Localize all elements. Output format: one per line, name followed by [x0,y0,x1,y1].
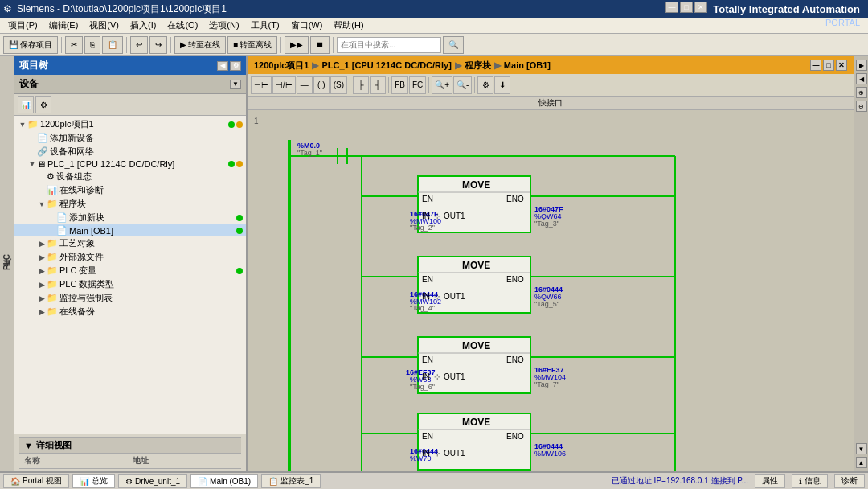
expand-tech-obj[interactable]: ▶ [37,240,47,248]
menu-options[interactable]: 选项(N) [204,18,244,32]
tree-item-add-device[interactable]: 📄 添加新设备 [14,131,246,145]
monitor-tab[interactable]: 📋 监控表_1 [261,474,321,488]
toolbar-separator [61,37,62,53]
drive-unit-tab[interactable]: ⚙ Drive_unit_1 [118,474,187,488]
expand-prog-block[interactable]: ▼ [37,200,47,208]
expand-plc1[interactable]: ▼ [27,160,37,168]
menu-online[interactable]: 在线(O) [162,18,203,32]
menu-view[interactable]: 视图(V) [84,18,124,32]
expand-root[interactable]: ▼ [18,121,27,129]
undo-button[interactable]: ↩ [130,36,148,54]
rs-btn-4[interactable]: ⊖ [856,101,867,112]
rs-btn-6[interactable]: ▲ [856,457,867,468]
network-divider [278,121,847,121]
tree-item-prog-block[interactable]: ▼ 📁 程序块 [14,197,246,211]
close-button[interactable]: ✕ [694,2,707,13]
bc-item-3[interactable]: Main [OB1] [504,60,551,70]
bc-minimize-button[interactable]: — [810,60,821,71]
maximize-button[interactable]: □ [680,2,693,13]
overview-tab[interactable]: 📊 总览 [72,474,115,488]
insert-fb-button[interactable]: FB [391,76,408,94]
redo-button[interactable]: ↪ [149,36,167,54]
go-offline-button[interactable]: ■ 转至离线 [227,36,277,54]
device-tb-btn1[interactable]: 📊 [18,96,34,113]
start-sim-button[interactable]: ▶▶ [285,36,309,54]
rs-btn-2[interactable]: ◀ [856,73,867,84]
device-header: 设备 ▼ [14,75,246,94]
close-branch-button[interactable]: ┤ [370,76,386,94]
go-online-button[interactable]: ▶ 转至在线 [174,36,226,54]
project-search-input[interactable] [337,37,441,53]
plc-dtype-icon: 📁 [47,279,58,290]
bc-item-0[interactable]: 1200plc项目1 [254,60,309,72]
minimize-button[interactable]: — [665,2,678,13]
tree-item-monitor-table[interactable]: ▶ 📁 监控与强制表 [14,291,246,305]
save-project-button[interactable]: 💾 保存项目 [3,36,58,54]
menu-insert[interactable]: 插入(I) [125,18,161,32]
tree-item-ext-src[interactable]: ▶ 📁 外部源文件 [14,250,246,264]
tree-item-plc-var[interactable]: ▶ 📁 PLC 变量 [14,264,246,277]
diagnostics-button[interactable]: 诊断 [834,474,865,488]
expand-ext-src[interactable]: ▶ [37,253,47,261]
zoom-in-button[interactable]: 🔍+ [432,76,452,94]
tree-item-dev-config[interactable]: ⚙ 设备组态 [14,170,246,183]
stop-sim-button[interactable]: ⏹ [310,36,330,54]
rs-btn-1[interactable]: ▶ [856,60,867,71]
expand-plc-dtype[interactable]: ▶ [37,281,47,289]
device-tb-btn2[interactable]: ⚙ [35,96,51,113]
tree-item-online-backup[interactable]: ▶ 📁 在线备份 [14,305,246,318]
tree-item-tech-obj[interactable]: ▶ 📁 工艺对象 [14,236,246,250]
properties-button[interactable]: 属性 [755,474,785,488]
menu-window[interactable]: 窗口(W) [286,18,328,32]
h-line-button[interactable]: — [297,76,313,94]
portal-view-tab[interactable]: 🏠 Portal 视图 [3,474,69,488]
svg-text:"Tag_1": "Tag_1" [297,149,322,157]
set-coil-button[interactable]: (S) [330,76,347,94]
insert-fc-button[interactable]: FC [409,76,426,94]
main-ob1-tab[interactable]: 📄 Main (OB1) [190,474,258,488]
svg-text:"Tag_2": "Tag_2" [410,224,435,232]
online-backup-icon: 📁 [47,306,58,317]
ladder-area[interactable]: 1 %M0.0 "Tag_1" [248,110,854,471]
copy-button[interactable]: ⎘ [84,36,100,54]
menu-help[interactable]: 帮助(H) [329,18,368,32]
project-tree: ▼ 📁 1200plc项目1 📄 添加新设备 🔗 设备和网络 [14,116,246,434]
info-button[interactable]: ℹ 信息 [792,474,828,488]
tree-item-main-ob1[interactable]: 📄 Main [OB1] [14,224,246,236]
zoom-out-button[interactable]: 🔍- [453,76,472,94]
bc-close-button[interactable]: ✕ [836,60,847,71]
tree-item-plc-dtype[interactable]: ▶ 📁 PLC 数据类型 [14,277,246,291]
output-coil-button[interactable]: ( ) [313,76,330,94]
device-collapse-button[interactable]: ▼ [230,80,241,89]
norm-contact-nc-button[interactable]: ⊣/⊢ [272,76,296,94]
menu-project[interactable]: 项目(P) [3,18,43,32]
detail-header[interactable]: ▼ 详细视图 [19,437,241,454]
open-branch-button[interactable]: ├ [353,76,369,94]
expand-monitor-table[interactable]: ▶ [37,294,47,302]
compile-button[interactable]: ⚙ [477,76,493,94]
bc-item-2[interactable]: 程序块 [465,60,491,72]
right-sidebar: ▶ ◀ ⊕ ⊖ ▼ ▲ [854,56,868,471]
tree-item-online-diag[interactable]: 📊 在线和诊断 [14,183,246,197]
cut-button[interactable]: ✂ [65,36,83,54]
panel-undock-button[interactable]: ◀ [217,61,228,71]
menu-edit[interactable]: 编辑(E) [44,18,84,32]
bc-item-1[interactable]: PLC_1 [CPU 1214C DC/DC/Rly] [321,60,451,70]
download-button[interactable]: ⬇ [494,76,510,94]
paste-button[interactable]: 📋 [102,36,123,54]
add-device-icon: 📄 [37,133,48,143]
rs-btn-3[interactable]: ⊕ [856,87,867,98]
quick-access-bar: 快接口 [248,97,854,110]
bc-maximize-button[interactable]: □ [823,60,834,71]
menu-tools[interactable]: 工具(T) [246,18,285,32]
tree-item-root[interactable]: ▼ 📁 1200plc项目1 [14,117,246,131]
rs-btn-5[interactable]: ▼ [856,443,867,454]
expand-online-backup[interactable]: ▶ [37,308,47,316]
tree-item-plc1[interactable]: ▼ 🖥 PLC_1 [CPU 1214C DC/DC/Rly] [14,158,246,170]
norm-contact-button[interactable]: ⊣⊢ [251,76,272,94]
search-button[interactable]: 🔍 [443,36,464,54]
panel-settings-button[interactable]: ⚙ [230,61,241,71]
tree-item-device-net[interactable]: 🔗 设备和网络 [14,145,246,158]
expand-plc-var[interactable]: ▶ [37,267,47,275]
tree-item-add-block[interactable]: 📄 添加新块 [14,211,246,224]
